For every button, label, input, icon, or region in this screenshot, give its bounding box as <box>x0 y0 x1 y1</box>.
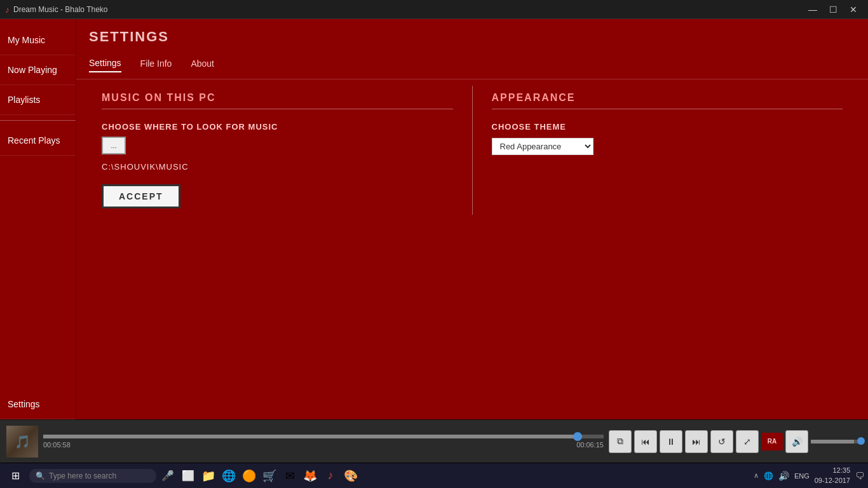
sidebar: My Music Now Playing Playlists Recent Pl… <box>0 19 76 419</box>
app-content: My Music Now Playing Playlists Recent Pl… <box>0 19 868 419</box>
repeat-icon: ↺ <box>718 437 726 447</box>
progress-thumb <box>573 432 582 441</box>
clock: 12:35 09-12-2017 <box>815 466 850 485</box>
app-icon: ♪ <box>5 4 10 15</box>
taskview-icon: ⬜ <box>182 470 194 482</box>
taskbar-lang: ENG <box>794 472 810 480</box>
ra-badge: RA <box>761 433 783 451</box>
top-nav: Settings File Info About <box>76 48 868 79</box>
volume-fill <box>811 440 854 444</box>
accept-button[interactable]: ACCEPT <box>102 184 180 208</box>
time-row: 00:05:58 00:06:15 <box>43 441 604 449</box>
sidebar-divider <box>0 120 76 121</box>
settings-header: SETTINGS <box>76 19 868 48</box>
taskbar-volume-icon[interactable]: 🔊 <box>778 471 789 481</box>
progress-bar[interactable] <box>43 435 604 438</box>
search-bar[interactable]: 🔍 Type here to search <box>29 469 156 483</box>
shuffle-button[interactable]: ⧉ <box>609 430 632 453</box>
taskbar-taskview[interactable]: ⬜ <box>179 467 197 485</box>
music-column-header: MUSIC ON THIS PC <box>102 92 453 109</box>
settings-body: MUSIC ON THIS PC CHOOSE WHERE TO LOOK FO… <box>76 79 868 419</box>
pause-button[interactable]: ⏸ <box>660 430 682 453</box>
column-divider <box>472 86 473 215</box>
search-placeholder: Type here to search <box>49 471 116 480</box>
taskbar-paint[interactable]: 🎨 <box>342 467 360 485</box>
pause-icon: ⏸ <box>667 437 675 447</box>
titlebar-left: ♪ Dream Music - Bhalo Theko <box>5 4 108 15</box>
nav-tab-file-info[interactable]: File Info <box>140 55 172 72</box>
app-title: Dream Music - Bhalo Theko <box>13 5 108 14</box>
clock-date: 09-12-2017 <box>815 476 850 485</box>
taskbar-chevron[interactable]: ∧ <box>754 471 759 480</box>
volume-button[interactable]: 🔊 <box>785 430 808 453</box>
shuffle-icon: ⧉ <box>617 436 623 447</box>
taskbar-firefox[interactable]: 🦊 <box>301 467 319 485</box>
sidebar-item-settings[interactable]: Settings <box>0 390 76 419</box>
volume-thumb <box>857 437 865 445</box>
clock-time: 12:35 <box>815 466 850 475</box>
volume-section <box>811 440 862 444</box>
maximize-button[interactable]: ☐ <box>824 0 843 19</box>
current-time: 00:05:58 <box>43 441 71 449</box>
theme-field-label: CHOOSE THEME <box>492 122 843 132</box>
music-field-label: CHOOSE WHERE TO LOOK FOR MUSIC <box>102 122 453 132</box>
app: My Music Now Playing Playlists Recent Pl… <box>0 19 868 488</box>
taskbar-right: ∧ 🌐 🔊 ENG 12:35 09-12-2017 🗨 <box>754 466 864 485</box>
taskbar-edge[interactable]: 🌐 <box>220 467 238 485</box>
close-button[interactable]: ✕ <box>844 0 863 19</box>
mic-icon: 🎤 <box>161 470 174 482</box>
minimize-button[interactable]: — <box>803 0 822 19</box>
main-content: SETTINGS Settings File Info About MUSIC … <box>76 19 868 419</box>
browse-row: ... <box>102 137 453 154</box>
start-icon: ⊞ <box>11 470 20 482</box>
notification-icon[interactable]: 🗨 <box>855 471 864 481</box>
total-time: 00:06:15 <box>576 441 604 449</box>
extra-icon: ⤢ <box>743 437 751 447</box>
player-bar: 🎵 00:05:58 00:06:15 ⧉ ⏮ ⏸ <box>0 419 868 463</box>
taskbar-music[interactable]: ♪ <box>322 467 339 485</box>
taskbar-mic[interactable]: 🎤 <box>159 467 177 485</box>
album-art: 🎵 <box>6 426 38 458</box>
sidebar-item-now-playing[interactable]: Now Playing <box>0 55 76 85</box>
browse-button[interactable]: ... <box>102 137 126 154</box>
theme-select[interactable]: Red Appearance Blue Appearance Dark Appe… <box>492 138 593 155</box>
volume-slider[interactable] <box>811 440 862 444</box>
titlebar-controls: — ☐ ✕ <box>803 0 863 19</box>
next-icon: ⏭ <box>692 437 701 447</box>
appearance-column: APPEARANCE CHOOSE THEME Red Appearance B… <box>479 86 856 215</box>
sidebar-item-playlists[interactable]: Playlists <box>0 85 76 115</box>
titlebar: ♪ Dream Music - Bhalo Theko — ☐ ✕ <box>0 0 868 19</box>
taskbar-store[interactable]: 🛒 <box>261 467 278 485</box>
taskbar-ie[interactable]: 🟠 <box>240 467 258 485</box>
progress-fill <box>43 435 578 438</box>
player-controls: ⧉ ⏮ ⏸ ⏭ ↺ ⤢ RA 🔊 <box>609 430 862 453</box>
start-button[interactable]: ⊞ <box>4 464 27 487</box>
taskbar: ⊞ 🔍 Type here to search 🎤 ⬜ 📁 🌐 🟠 🛒 ✉ 🦊 … <box>0 463 868 488</box>
extra-button[interactable]: ⤢ <box>736 430 759 453</box>
next-button[interactable]: ⏭ <box>685 430 708 453</box>
taskbar-explorer[interactable]: 📁 <box>200 467 217 485</box>
appearance-column-header: APPEARANCE <box>492 92 843 109</box>
volume-icon: 🔊 <box>792 437 803 447</box>
taskbar-mail[interactable]: ✉ <box>281 467 299 485</box>
prev-button[interactable]: ⏮ <box>634 430 657 453</box>
nav-tab-about[interactable]: About <box>191 55 214 72</box>
music-column: MUSIC ON THIS PC CHOOSE WHERE TO LOOK FO… <box>89 86 466 215</box>
music-path: C:\SHOUVIK\MUSIC <box>102 162 453 172</box>
nav-tab-settings[interactable]: Settings <box>89 55 121 72</box>
taskbar-network: 🌐 <box>764 471 773 480</box>
prev-icon: ⏮ <box>641 437 650 447</box>
progress-section: 00:05:58 00:06:15 <box>43 435 604 449</box>
settings-title: SETTINGS <box>89 29 855 45</box>
sidebar-item-my-music[interactable]: My Music <box>0 25 76 55</box>
sidebar-item-recent-plays[interactable]: Recent Plays <box>0 126 76 156</box>
settings-columns: MUSIC ON THIS PC CHOOSE WHERE TO LOOK FO… <box>89 86 855 215</box>
repeat-button[interactable]: ↺ <box>710 430 733 453</box>
album-art-image: 🎵 <box>6 426 38 458</box>
search-icon: 🔍 <box>36 471 45 480</box>
